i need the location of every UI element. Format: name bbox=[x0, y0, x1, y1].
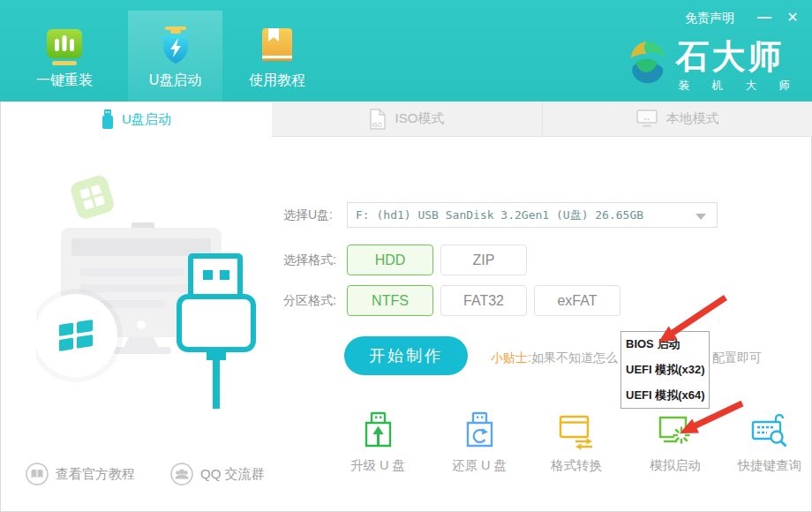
header: 一键重装 U盘启动 使用教程 免 bbox=[0, 0, 812, 102]
action-label: 模拟启动 bbox=[650, 457, 701, 474]
tip-text: 小贴士:如果不知道怎么 bbox=[491, 350, 618, 366]
tutorial-book-icon bbox=[256, 25, 298, 67]
tab-label: 本地模式 bbox=[665, 110, 718, 127]
boot-menu-item-uefi-x32[interactable]: UEFI 模拟(x32) bbox=[621, 358, 709, 383]
chevron-down-icon bbox=[695, 214, 706, 220]
partition-row: 分区格式: NTFS FAT32 exFAT bbox=[283, 285, 628, 316]
action-label: 升级 U 盘 bbox=[350, 457, 405, 474]
brand-logo-icon bbox=[625, 39, 669, 88]
help-official-tutorial[interactable]: 查看官方教程 bbox=[26, 463, 135, 486]
qq-group-circle-icon bbox=[170, 463, 193, 486]
simulate-boot-icon bbox=[655, 410, 695, 451]
tab-bar: U盘启动 ISO ISO模式 本地模式 bbox=[1, 102, 811, 137]
brand-name: 石大师 bbox=[676, 39, 800, 74]
action-label: 还原 U 盘 bbox=[452, 457, 507, 474]
action-upgrade-usb[interactable]: 升级 U 盘 bbox=[328, 410, 427, 474]
usb-select[interactable]: F: (hd1) USB SanDisk 3.2Gen1 (U盘) 26.65G… bbox=[347, 202, 718, 228]
monitor-icon bbox=[636, 109, 658, 128]
usb-select-label: 选择U盘: bbox=[283, 207, 347, 223]
nav-item-tutorial[interactable]: 使用教程 bbox=[231, 11, 323, 102]
tip-body-left: 如果不知道怎么 bbox=[531, 350, 618, 365]
action-label: 格式转换 bbox=[551, 457, 602, 474]
start-make-button[interactable]: 开始制作 bbox=[344, 336, 468, 375]
tip-prefix: 小贴士: bbox=[491, 350, 531, 365]
svg-text:ISO: ISO bbox=[372, 121, 382, 127]
format-option-hdd[interactable]: HDD bbox=[347, 245, 433, 275]
help-qq-group[interactable]: QQ 交流群 bbox=[170, 463, 265, 486]
close-button[interactable]: ✕ bbox=[782, 7, 803, 28]
action-restore-usb[interactable]: 还原 U 盘 bbox=[430, 410, 529, 474]
tab-iso-mode[interactable]: ISO ISO模式 bbox=[272, 102, 543, 137]
partition-option-exfat[interactable]: exFAT bbox=[534, 285, 620, 316]
partition-option-ntfs[interactable]: NTFS bbox=[347, 285, 433, 316]
nav-label: 一键重装 bbox=[36, 72, 93, 90]
boot-menu: BIOS 启动 UEFI 模拟(x32) UEFI 模拟(x64) bbox=[620, 331, 710, 409]
nav-label: 使用教程 bbox=[249, 72, 305, 90]
partition-label: 分区格式: bbox=[283, 293, 347, 309]
format-convert-icon bbox=[556, 410, 597, 451]
action-simulate-boot[interactable]: 模拟启动 bbox=[626, 410, 725, 474]
format-row: 选择格式: HDD ZIP bbox=[283, 245, 534, 275]
tab-usb-boot[interactable]: U盘启动 bbox=[1, 102, 272, 137]
brand-subtitle: 装 机 大 师 bbox=[676, 79, 800, 94]
tutorial-circle-icon bbox=[26, 463, 49, 486]
boot-menu-item-uefi-x64[interactable]: UEFI 模拟(x64) bbox=[621, 382, 709, 408]
action-hotkey-query[interactable]: 快捷键查询 bbox=[720, 410, 812, 474]
action-format-convert[interactable]: 格式转换 bbox=[527, 410, 626, 474]
usb-select-value: F: (hd1) USB SanDisk 3.2Gen1 (U盘) 26.65G… bbox=[356, 207, 643, 223]
reinstall-icon bbox=[43, 25, 86, 67]
main-panel: U盘启动 ISO ISO模式 本地模式 bbox=[0, 102, 812, 512]
iso-file-icon: ISO bbox=[369, 109, 387, 130]
format-label: 选择格式: bbox=[283, 252, 347, 268]
tip-text-right: 配置即可 bbox=[712, 350, 762, 366]
tab-label: U盘启动 bbox=[122, 111, 171, 128]
brand-logo: 石大师 装 机 大 师 bbox=[625, 39, 800, 94]
help-label: QQ 交流群 bbox=[200, 466, 265, 483]
tab-local-mode[interactable]: 本地模式 bbox=[542, 102, 812, 137]
usb-monitor-illustration bbox=[36, 168, 283, 415]
usb-boot-shield-icon bbox=[154, 25, 197, 67]
nav-item-reinstall[interactable]: 一键重装 bbox=[19, 11, 110, 102]
format-option-zip[interactable]: ZIP bbox=[440, 245, 527, 275]
nav-item-usb-boot[interactable]: U盘启动 bbox=[128, 11, 222, 102]
action-label: 快捷键查询 bbox=[738, 457, 802, 474]
restore-usb-icon bbox=[459, 410, 500, 451]
hotkey-query-icon bbox=[749, 410, 790, 451]
minimize-button[interactable]: — bbox=[754, 7, 775, 28]
disclaimer-link[interactable]: 免责声明 bbox=[685, 11, 734, 26]
boot-menu-item-bios[interactable]: BIOS 启动 bbox=[621, 332, 709, 358]
nav-label: U盘启动 bbox=[149, 72, 202, 90]
partition-option-fat32[interactable]: FAT32 bbox=[440, 285, 527, 316]
usb-stick-icon bbox=[102, 109, 114, 130]
content-area: 选择U盘: F: (hd1) USB SanDisk 3.2Gen1 (U盘) … bbox=[1, 137, 811, 511]
app-window: 一键重装 U盘启动 使用教程 免 bbox=[0, 0, 812, 512]
tab-label: ISO模式 bbox=[395, 110, 444, 127]
help-label: 查看官方教程 bbox=[56, 466, 135, 483]
usb-select-row: 选择U盘: F: (hd1) USB SanDisk 3.2Gen1 (U盘) … bbox=[283, 202, 718, 228]
upgrade-usb-icon bbox=[357, 410, 398, 451]
